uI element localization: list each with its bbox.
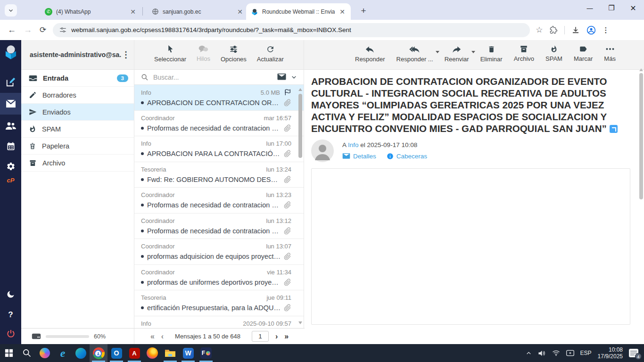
select-button[interactable]: Seleccionar xyxy=(154,45,186,63)
window-minimize-button[interactable]: — xyxy=(579,5,601,12)
site-settings-icon[interactable] xyxy=(59,26,66,33)
tab-roundcube-active[interactable]: Roundcube Webmail :: Enviados ✕ xyxy=(246,3,351,20)
dropdown-caret-icon[interactable] xyxy=(436,51,439,53)
chrome-icon-active[interactable] xyxy=(90,344,107,362)
tab-close-icon[interactable]: ✕ xyxy=(129,8,137,16)
search-scope-mail-icon[interactable] xyxy=(277,74,286,81)
dark-mode-moon-icon[interactable] xyxy=(0,290,21,299)
headers-toggle[interactable]: Cabeceras xyxy=(387,153,427,160)
window-close-button[interactable]: ✕ xyxy=(622,4,644,13)
taskbar-search-icon[interactable] xyxy=(18,344,36,362)
reload-button[interactable]: ⟳ xyxy=(40,25,46,35)
back-button[interactable]: ← xyxy=(8,25,16,35)
message-row[interactable]: Coordinador lun 13:23 Proformas de neces… xyxy=(134,188,304,214)
copilot-icon[interactable] xyxy=(36,344,54,362)
next-page-button[interactable]: › xyxy=(275,332,278,341)
logout-power-icon[interactable] xyxy=(0,329,21,338)
reading-scrollbar[interactable] xyxy=(639,71,644,343)
scroll-up-arrow[interactable] xyxy=(639,68,643,71)
mail-module-active[interactable] xyxy=(0,93,21,115)
toolbar-button[interactable]: Responder ... xyxy=(396,45,433,63)
options-button[interactable]: Opciones xyxy=(221,45,247,63)
external-link-icon[interactable] xyxy=(610,125,618,133)
file-explorer-icon[interactable] xyxy=(161,344,179,362)
folder-item[interactable]: Papelera xyxy=(21,138,134,155)
downloads-icon[interactable] xyxy=(571,26,580,34)
details-toggle[interactable]: Detalles xyxy=(342,153,376,160)
extensions-icon[interactable] xyxy=(550,26,558,34)
toolbar-button[interactable]: SPAM xyxy=(545,45,562,62)
new-tab-button[interactable]: + xyxy=(357,5,370,17)
edge-icon[interactable] xyxy=(72,344,90,362)
cpanel-icon[interactable]: cP xyxy=(0,177,21,184)
toolbar-button[interactable]: Más xyxy=(604,45,616,62)
tab-sanjuan[interactable]: sanjuan.gob.ec ✕ xyxy=(147,3,248,20)
toolbar-button[interactable]: Responder xyxy=(355,45,385,63)
recipient-link[interactable]: Info xyxy=(348,141,359,148)
notification-center-icon[interactable]: 4 xyxy=(629,349,638,357)
message-row[interactable]: Coordinador vie 11:34 proformas de unifo… xyxy=(134,265,304,291)
calendar-icon[interactable] xyxy=(0,142,21,151)
word-icon[interactable]: W xyxy=(179,344,197,362)
compose-icon[interactable] xyxy=(0,77,21,87)
message-row[interactable]: Info lun 17:00 APROBACION PARA LA CONTRA… xyxy=(134,136,304,162)
url-bar[interactable]: webmail.sanjuan.gob.ec/cpsess1988317614/… xyxy=(53,23,530,37)
scrollbar-thumb[interactable] xyxy=(298,94,302,158)
settings-gear-icon[interactable] xyxy=(0,162,21,171)
list-scrollbar[interactable] xyxy=(298,87,303,325)
outlook-icon[interactable]: O xyxy=(107,344,125,362)
folder-item[interactable]: SPAM xyxy=(21,121,134,138)
message-row[interactable]: Coordinador lun 13:12 Proformas de neces… xyxy=(134,214,304,239)
bookmark-star-icon[interactable]: ☆ xyxy=(536,25,543,35)
prev-page-button[interactable]: ‹ xyxy=(161,332,164,341)
page-number-input[interactable]: 1 xyxy=(252,331,269,342)
search-input[interactable] xyxy=(153,74,272,81)
search-options-chevron-icon[interactable] xyxy=(291,74,297,80)
first-page-button[interactable]: « xyxy=(150,332,155,341)
flag-icon[interactable] xyxy=(284,89,291,96)
toolbar-button[interactable]: Archivo xyxy=(514,45,534,62)
wifi-icon[interactable] xyxy=(552,350,560,356)
message-row[interactable]: Info 2025-09-10 09:57 xyxy=(134,316,304,329)
scrollbar-thumb[interactable] xyxy=(639,73,643,199)
help-icon[interactable]: ? xyxy=(0,310,21,320)
account-menu-icon[interactable]: ⋮ xyxy=(122,54,129,56)
tab-search-button[interactable] xyxy=(5,4,17,16)
window-restore-button[interactable]: ❐ xyxy=(601,4,622,12)
tab-close-icon[interactable]: ✕ xyxy=(236,8,244,16)
contacts-icon[interactable] xyxy=(0,121,21,131)
tab-whatsapp[interactable]: ✆ (4) WhatsApp ✕ xyxy=(40,3,141,20)
tray-expand-chevron-icon[interactable] xyxy=(526,350,532,356)
message-row[interactable]: Tesoreria lun 13:24 Fwd: Re: GOBIERNO AU… xyxy=(134,162,304,188)
message-row[interactable]: Info 5.0 MB APROBACION DE CONTRATACION O… xyxy=(134,85,304,111)
internet-explorer-icon[interactable]: e xyxy=(54,344,72,362)
threads-button[interactable]: Hilos xyxy=(197,45,210,62)
volume-icon[interactable] xyxy=(538,350,546,357)
firefox-icon[interactable] xyxy=(143,344,161,362)
start-button[interactable] xyxy=(0,344,18,362)
folder-item[interactable]: Archivo xyxy=(21,155,134,172)
acrobat-icon[interactable]: A xyxy=(125,344,143,362)
dropdown-caret-icon[interactable] xyxy=(471,51,475,53)
last-page-button[interactable]: » xyxy=(284,332,289,341)
profile-avatar-icon[interactable] xyxy=(586,25,596,35)
message-row[interactable]: Tesoreria jue 09:11 ertificación Presupu… xyxy=(134,290,304,316)
screen-cast-icon[interactable] xyxy=(566,350,574,356)
folder-item[interactable]: Borradores xyxy=(21,87,134,104)
folder-item[interactable]: Entrada 3 xyxy=(21,70,134,87)
toolbar-button[interactable]: Marcar xyxy=(574,45,593,62)
forward-button[interactable]: → xyxy=(24,25,32,35)
message-row[interactable]: Coordinador mar 16:57 Proformas de neces… xyxy=(134,111,304,137)
clock[interactable]: 10:08 17/9/2025 xyxy=(598,346,623,360)
browser-menu-icon[interactable]: ⋮ xyxy=(603,26,610,34)
folder-item[interactable]: Enviados xyxy=(21,104,134,121)
message-row[interactable]: Coordinador lun 13:07 proformas adquisic… xyxy=(134,239,304,265)
scroll-up-arrow[interactable] xyxy=(298,88,302,91)
refresh-button[interactable]: Actualizar xyxy=(257,45,284,63)
toolbar-button[interactable]: Eliminar xyxy=(480,45,503,63)
toolbar-button[interactable]: Reenviar xyxy=(445,45,469,63)
fes-app-icon[interactable]: F xyxy=(197,344,215,362)
scroll-down-arrow[interactable] xyxy=(298,321,302,324)
language-indicator[interactable]: ESP xyxy=(580,350,592,356)
tab-close-icon[interactable]: ✕ xyxy=(339,8,346,16)
